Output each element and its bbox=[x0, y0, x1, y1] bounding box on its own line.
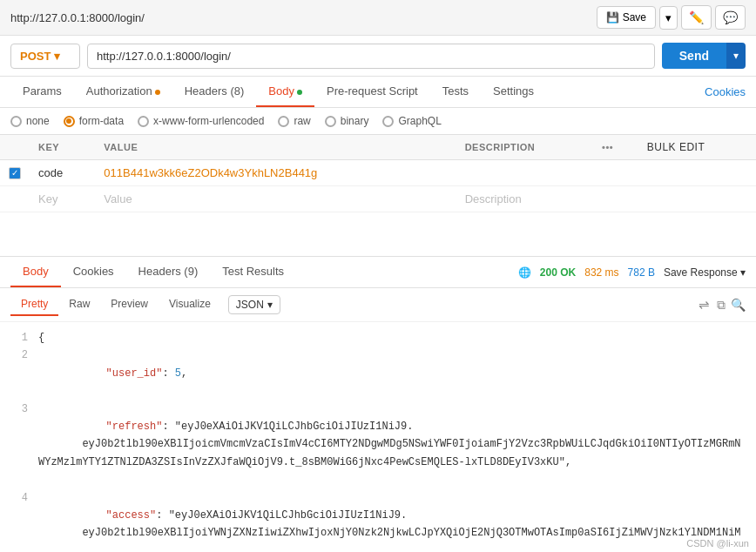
radio-graphql bbox=[382, 116, 394, 127]
save-icon: 💾 bbox=[606, 11, 619, 24]
row-actions bbox=[593, 160, 638, 186]
bulk-edit-button[interactable]: Bulk Edit bbox=[647, 141, 705, 153]
json-line-2: 2 "user_id": 5, bbox=[10, 347, 746, 400]
save-dropdown-button[interactable]: ▾ bbox=[659, 6, 678, 30]
tab-body[interactable]: Body bbox=[256, 77, 314, 107]
radio-binary bbox=[325, 116, 336, 127]
tab-params[interactable]: Params bbox=[10, 77, 74, 107]
more-icon[interactable]: ••• bbox=[602, 142, 613, 152]
th-value: VALUE bbox=[95, 135, 456, 160]
params-table: KEY VALUE DESCRIPTION ••• Bulk Edit code… bbox=[0, 135, 756, 212]
wrap-icon[interactable]: ⇌ bbox=[699, 297, 710, 313]
body-type-urlencoded[interactable]: x-www-form-urlencoded bbox=[138, 115, 264, 127]
format-tab-raw[interactable]: Raw bbox=[58, 293, 100, 316]
line-num-3: 3 bbox=[10, 401, 28, 489]
format-tab-preview[interactable]: Preview bbox=[100, 293, 159, 316]
tab-authorization[interactable]: Authorization bbox=[74, 77, 172, 107]
top-actions: 💾 Save ▾ ✏️ 💬 bbox=[597, 5, 746, 30]
body-type-none[interactable]: none bbox=[10, 115, 50, 127]
row-key[interactable]: code bbox=[30, 160, 95, 186]
row-checkbox[interactable] bbox=[9, 167, 21, 179]
radio-raw bbox=[278, 116, 289, 127]
th-bulk-edit: Bulk Edit bbox=[638, 135, 756, 160]
body-type-binary[interactable]: binary bbox=[325, 115, 369, 127]
radio-form-data bbox=[64, 116, 75, 127]
response-status: 🌐 200 OK 832 ms 782 B Save Response ▾ bbox=[518, 266, 746, 279]
top-url: http://127.0.0.1:8000/login/ bbox=[10, 11, 145, 24]
top-bar: http://127.0.0.1:8000/login/ 💾 Save ▾ ✏️… bbox=[0, 0, 756, 36]
body-type-raw[interactable]: raw bbox=[278, 115, 310, 127]
save-response-button[interactable]: Save Response ▾ bbox=[664, 266, 746, 279]
url-input[interactable] bbox=[87, 44, 655, 69]
response-tab-test-results[interactable]: Test Results bbox=[210, 257, 296, 287]
radio-urlencoded bbox=[138, 116, 149, 127]
line-content-4: "access": "eyJ0eXAiOiJKV1QiLCJhbGciOiJIU… bbox=[38, 489, 746, 543]
method-label: POST bbox=[20, 50, 51, 63]
empty-value[interactable]: Value bbox=[95, 186, 456, 212]
empty-key[interactable]: Key bbox=[30, 186, 95, 212]
tabs-row: Params Authorization Headers (8) Body Pr… bbox=[0, 77, 756, 108]
response-tab-cookies[interactable]: Cookies bbox=[61, 257, 126, 287]
tab-settings[interactable]: Settings bbox=[481, 77, 546, 107]
copy-icon[interactable]: ⧉ bbox=[717, 298, 726, 313]
status-time: 832 ms bbox=[584, 266, 618, 279]
row-checkbox-cell bbox=[0, 160, 30, 186]
save-button[interactable]: 💾 Save bbox=[597, 6, 656, 29]
json-line-4: 4 "access": "eyJ0eXAiOiJKV1QiLCJhbGciOiJ… bbox=[10, 489, 746, 543]
json-line-3: 3 "refresh": "eyJ0eXAiOiJKV1QiLCJhbGciOi… bbox=[10, 401, 746, 489]
line-num-2: 2 bbox=[10, 347, 28, 400]
json-format-selector[interactable]: JSON ▾ bbox=[228, 295, 280, 314]
empty-row: Key Value Description bbox=[0, 186, 756, 212]
line-content-2: "user_id": 5, bbox=[38, 347, 746, 400]
status-ok: 200 OK bbox=[540, 266, 576, 279]
json-line-1: 1 { bbox=[10, 329, 746, 347]
response-tab-body[interactable]: Body bbox=[10, 257, 61, 287]
format-tab-visualize[interactable]: Visualize bbox=[159, 293, 221, 316]
row-description[interactable] bbox=[456, 160, 593, 186]
request-row: POST ▾ Send ▾ bbox=[0, 36, 756, 77]
table-row: code 011B441w3kk6eZ2ODk4w3YkhLN2B441g bbox=[0, 160, 756, 186]
cookies-link[interactable]: Cookies bbox=[705, 85, 746, 98]
json-format-chevron-icon: ▾ bbox=[267, 299, 273, 311]
empty-description[interactable]: Description bbox=[456, 186, 593, 212]
response-tabs-row: Body Cookies Headers (9) Test Results 🌐 … bbox=[0, 257, 756, 288]
th-checkbox bbox=[0, 135, 30, 160]
th-key: KEY bbox=[30, 135, 95, 160]
status-size: 782 B bbox=[628, 266, 655, 279]
json-format-label: JSON bbox=[236, 299, 264, 311]
body-type-row: none form-data x-www-form-urlencoded raw… bbox=[0, 108, 756, 135]
format-row: Pretty Raw Preview Visualize JSON ▾ ⇌ ⧉ … bbox=[0, 288, 756, 322]
body-type-graphql[interactable]: GraphQL bbox=[382, 115, 441, 127]
send-btn-group: Send ▾ bbox=[662, 43, 746, 69]
row-extra bbox=[638, 160, 756, 186]
line-content-1: { bbox=[38, 329, 746, 347]
response-tab-headers[interactable]: Headers (9) bbox=[126, 257, 211, 287]
tab-headers[interactable]: Headers (8) bbox=[172, 77, 257, 107]
method-chevron-icon: ▾ bbox=[54, 50, 60, 63]
line-content-3: "refresh": "eyJ0eXAiOiJKV1QiLCJhbGciOiJI… bbox=[38, 401, 746, 489]
response-section: Body Cookies Headers (9) Test Results 🌐 … bbox=[0, 256, 756, 543]
send-button[interactable]: Send bbox=[662, 43, 726, 69]
comment-icon-button[interactable]: 💬 bbox=[715, 5, 746, 30]
empty-checkbox-cell bbox=[0, 186, 30, 212]
method-select[interactable]: POST ▾ bbox=[10, 44, 80, 69]
th-more: ••• bbox=[593, 135, 638, 160]
send-dropdown-button[interactable]: ▾ bbox=[726, 43, 746, 69]
format-icons: ⇌ bbox=[699, 297, 710, 313]
th-description: DESCRIPTION bbox=[456, 135, 593, 160]
line-num-4: 4 bbox=[10, 489, 28, 543]
line-num-1: 1 bbox=[10, 329, 28, 347]
format-tab-pretty[interactable]: Pretty bbox=[10, 293, 58, 316]
edit-icon-button[interactable]: ✏️ bbox=[681, 5, 712, 30]
globe-icon: 🌐 bbox=[518, 266, 531, 279]
tab-pre-request[interactable]: Pre-request Script bbox=[314, 77, 430, 107]
search-icon[interactable]: 🔍 bbox=[731, 298, 746, 313]
json-content: 1 { 2 "user_id": 5, 3 "refresh": "eyJ0eX… bbox=[0, 322, 756, 543]
watermark: CSDN @li-xun bbox=[686, 538, 749, 543]
tab-tests[interactable]: Tests bbox=[430, 77, 481, 107]
row-value[interactable]: 011B441w3kk6eZ2ODk4w3YkhLN2B441g bbox=[95, 160, 456, 186]
body-type-form-data[interactable]: form-data bbox=[64, 115, 124, 127]
radio-none bbox=[10, 116, 22, 127]
